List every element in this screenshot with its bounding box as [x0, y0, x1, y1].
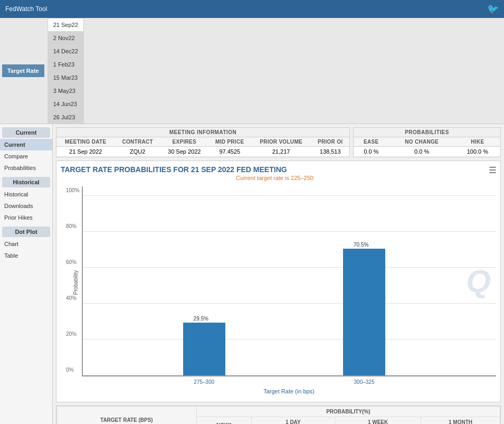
meeting-cell: ZQU2 — [115, 147, 160, 157]
probability-header: PROBABILITY(%) — [196, 407, 500, 417]
meeting-cell: 21 Sep 2022 — [56, 147, 115, 157]
meeting-info-box: MEETING INFORMATION MEETING DATECONTRACT… — [56, 127, 350, 157]
main-layout: Current CurrentCompareProbabilities Hist… — [0, 124, 504, 424]
tab-15Mar23[interactable]: 15 Mar23 — [47, 71, 84, 84]
meeting-col-contract: CONTRACT — [115, 137, 160, 147]
y-tick-label: 60% — [66, 259, 77, 265]
sidebar-dotplot-header: Dot Plot — [2, 227, 50, 237]
sidebar-item-compare[interactable]: Compare — [0, 150, 52, 162]
grid-line — [83, 303, 496, 304]
tab-1Feb23[interactable]: 1 Feb23 — [47, 58, 84, 71]
meeting-col-mid-price: MID PRICE — [208, 137, 251, 147]
bar-value-label: 29.5% — [194, 316, 208, 322]
chart-subtitle: Current target rate is 225–250 — [61, 175, 496, 181]
probabilities-box: PROBABILITIES EASENO CHANGEHIKE 0.0 %0.0… — [353, 127, 501, 157]
prob-table-panel: TARGET RATE (BPS) PROBABILITY(%) NOW*1 D… — [56, 406, 501, 424]
sidebar-dotplot-item-table[interactable]: Table — [0, 250, 52, 261]
probabilities-title: PROBABILITIES — [354, 128, 500, 137]
prob-table-col-1-month: 1 MONTH5 JUL 2022 — [421, 417, 500, 425]
sidebar: Current CurrentCompareProbabilities Hist… — [0, 124, 53, 424]
app-title: FedWatch Tool — [5, 5, 47, 13]
twitter-icon[interactable]: 🐦 — [487, 3, 499, 15]
prob-col-hike: HIKE — [455, 137, 500, 147]
meeting-col-meeting-date: MEETING DATE — [56, 137, 115, 147]
y-tick-label: 40% — [66, 295, 77, 301]
tab-14Jun23[interactable]: 14 Jun23 — [47, 97, 84, 110]
grid-line — [83, 267, 496, 268]
y-axis-label: Probability — [73, 270, 79, 295]
meeting-info-table: MEETING DATECONTRACTEXPIRESMID PRICEPRIO… — [56, 137, 349, 157]
tab-list: 21 Sep222 Nov2214 Dec221 Feb2315 Mar233 … — [47, 18, 85, 124]
tab-target-rate[interactable]: Target Rate — [2, 64, 44, 77]
target-rate-header: TARGET RATE (BPS) — [57, 407, 197, 425]
x-tick-label: 300–325 — [354, 379, 375, 385]
prob-table-col-1-day: 1 DAY4 AUG 2022 — [251, 417, 335, 425]
app-header: FedWatch Tool 🐦 — [0, 0, 504, 18]
y-tick-label: 80% — [66, 223, 77, 229]
sidebar-dotplot-item-chart[interactable]: Chart — [0, 238, 52, 250]
sidebar-item-historical[interactable]: Historical — [0, 189, 52, 200]
meeting-cell: 30 Sep 2022 — [160, 147, 208, 157]
prob-table: TARGET RATE (BPS) PROBABILITY(%) NOW*1 D… — [56, 406, 500, 424]
bar-value-label: 70.5% — [354, 242, 368, 248]
tab-26Jul23[interactable]: 26 Jul23 — [47, 110, 84, 124]
grid-line — [83, 339, 496, 340]
tab-21Sep22[interactable]: 21 Sep22 — [47, 18, 84, 31]
chart-container: Probability Q 0%20%40%60%80%100%29.5%275… — [82, 186, 496, 398]
prob-cell: 0.0 % — [354, 147, 389, 157]
chart-title: TARGET RATE PROBABILITIES FOR 21 SEP 202… — [61, 165, 496, 174]
grid-line — [83, 375, 496, 375]
sidebar-item-current[interactable]: Current — [0, 139, 52, 150]
chart-watermark: Q — [466, 263, 491, 299]
x-tick-label: 275–300 — [194, 379, 214, 385]
tab-bar: Target Rate 21 Sep222 Nov2214 Dec221 Feb… — [0, 18, 504, 124]
bar-300–325 — [343, 249, 385, 375]
sidebar-item-probabilities[interactable]: Probabilities — [0, 162, 52, 174]
chart-menu-icon[interactable]: ☰ — [489, 165, 496, 175]
tab-2Nov22[interactable]: 2 Nov22 — [47, 31, 84, 44]
chart-panel: TARGET RATE PROBABILITIES FOR 21 SEP 202… — [56, 161, 501, 402]
info-panel: MEETING INFORMATION MEETING DATECONTRACT… — [56, 127, 501, 157]
sidebar-historical-header: Historical — [2, 177, 50, 187]
prob-table-col-1-week: 1 WEEK29 JUL 2022 — [335, 417, 421, 425]
prob-table-col-now: NOW* — [196, 417, 251, 425]
prob-cell: 100.0 % — [455, 147, 500, 157]
meeting-cell: 21,217 — [251, 147, 311, 157]
meeting-cell: 138,513 — [311, 147, 349, 157]
prob-cell: 0.0 % — [389, 147, 455, 157]
sidebar-item-downloads[interactable]: Downloads — [0, 200, 52, 212]
meeting-cell: 97.4525 — [208, 147, 251, 157]
bar-275–300 — [183, 323, 225, 375]
grid-line — [83, 195, 496, 196]
x-axis-label: Target Rate (in bps) — [82, 388, 496, 394]
chart-area: Q 0%20%40%60%80%100%29.5%275–30070.5%300… — [82, 186, 496, 376]
y-tick-label: 100% — [66, 187, 80, 193]
tab-14Dec22[interactable]: 14 Dec22 — [47, 44, 84, 58]
sidebar-current-header: Current — [2, 127, 50, 138]
main-content: MEETING INFORMATION MEETING DATECONTRACT… — [53, 124, 504, 424]
prob-col-ease: EASE — [354, 137, 389, 147]
sidebar-item-prior hikes[interactable]: Prior Hikes — [0, 212, 52, 223]
probabilities-table: EASENO CHANGEHIKE 0.0 %0.0 %100.0 % — [354, 137, 500, 157]
meeting-col-prior-oi: PRIOR OI — [311, 137, 349, 147]
meeting-col-expires: EXPIRES — [160, 137, 208, 147]
y-tick-label: 0% — [66, 367, 73, 373]
y-tick-label: 20% — [66, 331, 77, 337]
prob-col-no change: NO CHANGE — [389, 137, 455, 147]
meeting-col-prior-volume: PRIOR VOLUME — [251, 137, 311, 147]
meeting-info-title: MEETING INFORMATION — [56, 128, 349, 137]
tab-3May23[interactable]: 3 May23 — [47, 84, 84, 97]
grid-line — [83, 231, 496, 232]
